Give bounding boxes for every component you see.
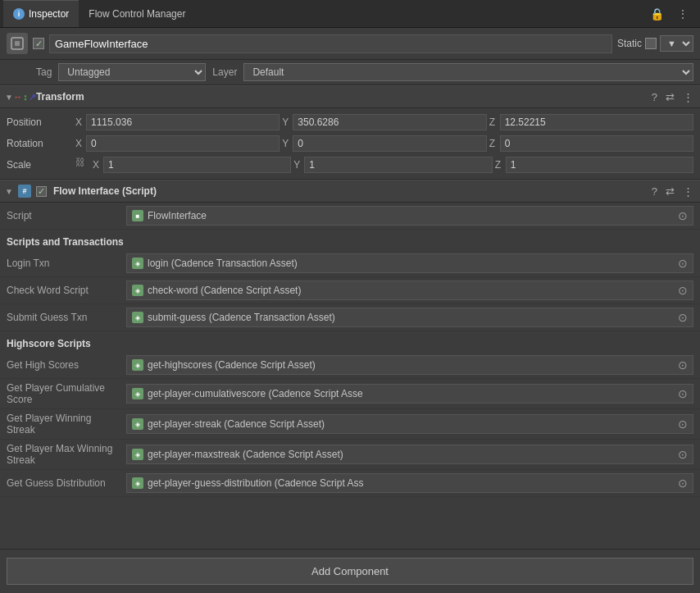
get-guess-distribution-text: get-player-guess-distribution (Cadence S…: [148, 477, 363, 489]
rx-label: X: [75, 138, 84, 149]
position-label: Position: [7, 116, 72, 128]
position-x-input[interactable]: [86, 114, 280, 130]
sub-heading-transactions: Scripts and Transactions: [0, 230, 700, 250]
script-field-row: Script ■ FlowInterface ⊙: [0, 203, 700, 230]
position-x-field: X: [75, 114, 280, 130]
get-max-streak-dot[interactable]: ⊙: [678, 448, 688, 461]
transform-body: Position X Y Z Rotation: [0, 108, 700, 180]
rotation-y-input[interactable]: [293, 135, 486, 152]
script-value-box[interactable]: ■ FlowInterface ⊙: [126, 206, 693, 226]
login-txn-dot[interactable]: ⊙: [678, 257, 688, 270]
script-checkmark-icon: ✓: [38, 187, 45, 196]
submit-guess-icon: ◈: [132, 312, 143, 323]
get-winning-streak-icon: ◈: [132, 418, 143, 430]
script-enabled-checkbox[interactable]: ✓: [36, 186, 47, 197]
submit-guess-text: submit-guess (Cadence Transaction Asset): [148, 312, 335, 323]
get-winning-streak-value[interactable]: ◈ get-player-streak (Cadence Script Asse…: [126, 414, 693, 434]
check-word-text: check-word (Cadence Script Asset): [148, 285, 301, 296]
get-cumulative-score-value[interactable]: ◈ get-player-cumulativescore (Cadence Sc…: [126, 384, 693, 404]
static-dropdown[interactable]: ▼: [660, 35, 693, 52]
login-txn-value[interactable]: ◈ login (Cadence Transaction Asset) ⊙: [126, 253, 693, 273]
check-word-row: Check Word Script ◈ check-word (Cadence …: [0, 277, 700, 304]
get-winning-streak-dot[interactable]: ⊙: [678, 417, 688, 431]
get-cumulative-score-icon: ◈: [132, 388, 143, 399]
sub-heading-highscores: Highscore Scripts: [0, 331, 700, 352]
object-name-field[interactable]: [49, 34, 612, 53]
rotation-z-input[interactable]: [500, 135, 693, 152]
lock-icon[interactable]: 🔒: [647, 6, 667, 22]
rotation-label: Rotation: [7, 138, 72, 149]
object-enabled-checkbox[interactable]: ✓: [33, 38, 44, 49]
transform-section-actions: ? ⇄ ⋮: [650, 91, 695, 103]
object-icon: [7, 33, 28, 54]
transform-settings-icon[interactable]: ⇄: [664, 91, 676, 103]
ry-label: Y: [282, 138, 290, 149]
transform-section-title: Transform: [36, 91, 645, 103]
script-help-icon[interactable]: ?: [650, 185, 659, 198]
check-word-value[interactable]: ◈ check-word (Cadence Script Asset) ⊙: [126, 281, 693, 300]
get-high-scores-value[interactable]: ◈ get-highscores (Cadence Script Asset) …: [126, 355, 693, 375]
transform-help-icon[interactable]: ?: [650, 91, 659, 103]
tab-inspector[interactable]: i Inspector: [3, 0, 79, 27]
get-high-scores-dot[interactable]: ⊙: [678, 358, 688, 372]
z-label: Z: [489, 116, 498, 128]
position-y-input[interactable]: [293, 114, 486, 130]
scale-x-field: X: [93, 157, 291, 173]
scale-z-input[interactable]: [506, 157, 693, 173]
rz-label: Z: [489, 138, 498, 149]
get-max-streak-icon: ◈: [132, 449, 143, 460]
script-dot-btn[interactable]: ⊙: [678, 209, 688, 222]
check-word-label: Check Word Script: [7, 285, 121, 296]
script-section-actions: ? ⇄ ⋮: [650, 185, 695, 198]
position-z-input[interactable]: [500, 114, 693, 130]
submit-guess-value[interactable]: ◈ submit-guess (Cadence Transaction Asse…: [126, 308, 693, 327]
tab-actions: 🔒 ⋮: [647, 6, 697, 22]
script-value-text: FlowInterface: [148, 210, 207, 221]
submit-guess-dot[interactable]: ⊙: [678, 311, 688, 324]
check-word-icon: ◈: [132, 285, 143, 296]
login-txn-icon: ◈: [132, 258, 143, 269]
scale-z-field: Z: [495, 157, 693, 173]
layer-label: Layer: [212, 66, 237, 78]
tab-inspector-label: Inspector: [29, 8, 69, 20]
get-guess-distribution-label: Get Guess Distribution: [7, 477, 121, 489]
script-settings-icon[interactable]: ⇄: [664, 185, 676, 198]
rotation-x-input[interactable]: [86, 135, 280, 152]
get-guess-distribution-value[interactable]: ◈ get-player-guess-distribution (Cadence…: [126, 473, 693, 493]
rotation-xyz: X Y Z: [75, 135, 693, 152]
static-label: Static: [617, 38, 642, 49]
script-hash-icon: #: [18, 185, 31, 198]
login-txn-text: login (Cadence Transaction Asset): [148, 258, 298, 269]
get-cumulative-score-dot[interactable]: ⊙: [678, 387, 688, 400]
get-max-streak-value[interactable]: ◈ get-player-maxstreak (Cadence Script A…: [126, 445, 693, 464]
static-checkbox[interactable]: [645, 38, 657, 49]
menu-icon[interactable]: ⋮: [674, 6, 692, 22]
get-cumulative-score-label: Get Player Cumulative Score: [7, 382, 121, 405]
script-field-label: Script: [7, 210, 121, 221]
sx-label: X: [93, 159, 101, 171]
add-component-button[interactable]: Add Component: [7, 558, 693, 585]
y-label: Y: [282, 116, 290, 128]
tab-flow-control[interactable]: Flow Control Manager: [79, 0, 195, 27]
transform-menu-icon[interactable]: ⋮: [681, 91, 695, 103]
get-cumulative-score-row: Get Player Cumulative Score ◈ get-player…: [0, 379, 700, 409]
scale-xyz: ⛓ X Y Z: [75, 157, 693, 173]
object-header: ✓ Static ▼: [0, 28, 700, 60]
tag-layer-row: Tag Untagged Layer Default: [0, 60, 700, 85]
position-xyz: X Y Z: [75, 114, 693, 130]
get-cumulative-score-text: get-player-cumulativescore (Cadence Scri…: [148, 388, 363, 399]
scale-y-input[interactable]: [304, 157, 492, 173]
layer-select[interactable]: Default: [243, 63, 693, 81]
submit-guess-label: Submit Guess Txn: [7, 312, 121, 323]
check-word-dot[interactable]: ⊙: [678, 284, 688, 297]
script-menu-icon[interactable]: ⋮: [681, 185, 695, 198]
scale-x-input[interactable]: [103, 157, 291, 173]
rotation-x-field: X: [75, 135, 280, 152]
script-section-header[interactable]: ▼ # ✓ Flow Interface (Script) ? ⇄ ⋮: [0, 180, 700, 203]
get-guess-distribution-dot[interactable]: ⊙: [678, 477, 688, 490]
tag-select[interactable]: Untagged: [58, 63, 206, 81]
transform-section-header[interactable]: ▼ ↔↕↗ Transform ? ⇄ ⋮: [0, 85, 700, 108]
add-component-area: Add Component: [0, 549, 700, 593]
static-area: Static ▼: [617, 35, 693, 52]
sz-label: Z: [495, 159, 503, 171]
